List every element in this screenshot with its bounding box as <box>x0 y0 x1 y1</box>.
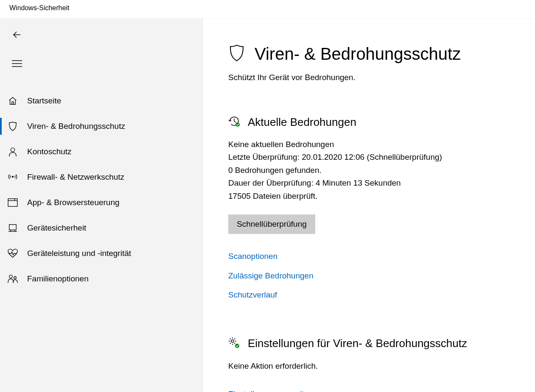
svg-point-12 <box>9 275 12 278</box>
person-icon <box>4 143 21 160</box>
hamburger-icon <box>12 60 22 67</box>
shield-icon <box>228 43 245 64</box>
window-title: Windows-Sicherheit <box>0 0 535 19</box>
sidebar-item-devicesecurity[interactable]: Gerätesicherheit <box>0 215 202 241</box>
protection-history-link[interactable]: Schutzverlauf <box>228 285 510 305</box>
hamburger-button[interactable] <box>8 55 25 72</box>
arrow-left-icon <box>12 30 22 40</box>
sidebar-item-label: Startseite <box>27 96 61 106</box>
settings-section: Einstellungen für Viren- & Bedrohungssch… <box>228 337 510 392</box>
home-icon <box>4 92 21 109</box>
last-scan-info: Letzte Überprüfung: 20.01.2020 12:06 (Sc… <box>228 151 510 164</box>
sidebar-item-label: App- & Browsersteuerung <box>27 198 120 207</box>
chip-icon <box>4 220 21 236</box>
svg-point-16 <box>235 344 239 348</box>
scan-duration: Dauer der Überprüfung: 4 Minuten 13 Seku… <box>228 177 510 189</box>
sidebar-item-label: Familienoptionen <box>27 274 89 284</box>
sidebar: Startseite Viren- & Bedrohungsschutz <box>0 19 203 392</box>
threat-status: Keine aktuellen Bedrohungen <box>228 138 510 151</box>
heart-icon <box>4 245 21 262</box>
sidebar-item-label: Firewall- & Netzwerkschutz <box>27 172 124 182</box>
sidebar-item-family[interactable]: Familienoptionen <box>0 266 202 292</box>
svg-line-11 <box>15 230 15 232</box>
sidebar-item-label: Kontoschutz <box>27 147 72 156</box>
sidebar-item-label: Viren- & Bedrohungsschutz <box>27 122 125 131</box>
sidebar-item-appbrowser[interactable]: App- & Browsersteuerung <box>0 190 202 215</box>
content-area: Viren- & Bedrohungsschutz Schützt Ihr Ge… <box>203 19 535 392</box>
svg-point-4 <box>12 176 14 178</box>
sidebar-item-account[interactable]: Kontoschutz <box>0 139 202 164</box>
scan-options-link[interactable]: Scanoptionen <box>228 247 510 266</box>
history-check-icon <box>228 115 240 129</box>
sidebar-item-label: Geräteleistung und -integrität <box>27 249 131 258</box>
settings-check-icon <box>228 337 240 350</box>
svg-point-13 <box>14 277 17 279</box>
antenna-icon <box>4 169 21 186</box>
family-icon <box>4 270 21 287</box>
sidebar-item-home[interactable]: Startseite <box>0 88 202 114</box>
window-icon <box>4 194 21 211</box>
section-title: Einstellungen für Viren- & Bedrohungssch… <box>248 337 467 350</box>
shield-icon <box>4 118 21 135</box>
threats-found: 0 Bedrohungen gefunden. <box>228 164 510 177</box>
allowed-threats-link[interactable]: Zulässige Bedrohungen <box>228 266 510 286</box>
svg-line-10 <box>11 230 11 232</box>
settings-status: Keine Aktion erforderlich. <box>228 360 510 373</box>
sidebar-item-firewall[interactable]: Firewall- & Netzwerkschutz <box>0 164 202 190</box>
manage-settings-link[interactable]: Einstellungen verwalten <box>228 384 510 392</box>
back-button[interactable] <box>8 26 25 43</box>
svg-point-14 <box>235 122 240 127</box>
page-title: Viren- & Bedrohungsschutz <box>255 44 461 64</box>
current-threats-section: Aktuelle Bedrohungen Keine aktuellen Bed… <box>228 115 510 305</box>
sidebar-item-virus[interactable]: Viren- & Bedrohungsschutz <box>0 114 202 139</box>
files-scanned: 17505 Dateien überprüft. <box>228 190 510 203</box>
quick-scan-button[interactable]: Schnellüberprüfung <box>228 214 315 234</box>
sidebar-item-performance[interactable]: Geräteleistung und -integrität <box>0 241 202 266</box>
svg-rect-8 <box>9 225 16 230</box>
page-subtitle: Schützt Ihr Gerät vor Bedrohungen. <box>228 73 510 82</box>
svg-point-3 <box>11 148 14 152</box>
sidebar-item-label: Gerätesicherheit <box>27 223 86 233</box>
svg-point-15 <box>231 340 234 342</box>
svg-rect-5 <box>8 199 17 206</box>
section-title: Aktuelle Bedrohungen <box>248 116 356 129</box>
